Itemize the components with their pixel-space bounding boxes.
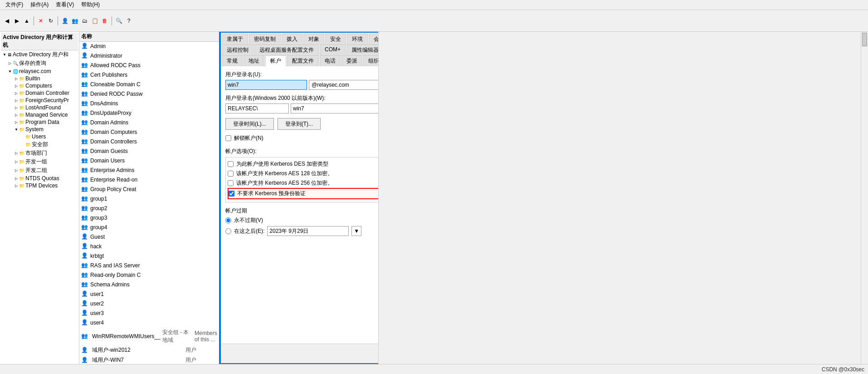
tree-domain-controller[interactable]: ▷ 📁 Domain Controller: [1, 89, 78, 97]
list-item[interactable]: 👤 域用户-WIN7 用户: [79, 355, 219, 364]
list-item[interactable]: 👥 Enterprise Read-on: [79, 175, 219, 185]
tree-expand-domain[interactable]: ▼: [7, 69, 13, 74]
list-item[interactable]: 👥 Group Policy Creat: [79, 185, 219, 194]
list-item[interactable]: 👤 user2: [79, 299, 219, 309]
tree-expand-dev2[interactable]: ▷: [14, 168, 19, 173]
list-item[interactable]: 👥 Read-only Domain C: [79, 271, 219, 280]
list-item[interactable]: 👤 Guest: [79, 232, 219, 242]
option-kerberos-des-checkbox[interactable]: [228, 161, 234, 167]
tree-expand-foreign[interactable]: ▷: [14, 98, 19, 103]
tab-password-copy[interactable]: 密码复制: [249, 34, 281, 44]
list-item[interactable]: 👤 user4: [79, 318, 219, 328]
tree-users[interactable]: 📁 Users: [1, 133, 78, 140]
forward-icon[interactable]: ▶: [13, 17, 21, 25]
tree-expand-marketing[interactable]: ▷: [14, 151, 19, 156]
tree-saved-queries[interactable]: ▷ 🔍 保存的查询: [1, 59, 78, 68]
option-kerberos-aes256-checkbox[interactable]: [228, 180, 234, 186]
tab-account[interactable]: 帐户: [265, 55, 286, 67]
login-input[interactable]: [225, 80, 307, 90]
tree-expand-dc[interactable]: ▷: [14, 90, 19, 96]
new-ou-icon[interactable]: 🗂: [81, 17, 89, 25]
tree-expand-program[interactable]: ▷: [14, 119, 19, 125]
tree-lost-found[interactable]: ▷ 📁 LostAndFound: [1, 104, 78, 111]
stop-icon[interactable]: ✕: [37, 17, 45, 25]
tree-managed-service[interactable]: ▷ 📁 Managed Service: [1, 111, 78, 118]
tree-expand-builtin[interactable]: ▷: [14, 76, 19, 81]
tree-expand-security[interactable]: [20, 142, 25, 148]
list-item[interactable]: 👤 krbtgt: [79, 251, 219, 261]
list-item[interactable]: 👥 Domain Users: [79, 156, 219, 166]
tree-expand-system[interactable]: ▼: [14, 127, 19, 132]
menu-action[interactable]: 操作(A): [27, 0, 52, 10]
tree-expand-root[interactable]: ▼: [2, 52, 7, 58]
tab-general[interactable]: 常规: [222, 55, 243, 66]
list-item[interactable]: 👥 RAS and IAS Server: [79, 261, 219, 271]
list-item[interactable]: 👥 Domain Guests: [79, 147, 219, 156]
list-item[interactable]: 👥 DnsUpdateProxy: [79, 108, 219, 118]
filter-icon[interactable]: 🔍: [115, 17, 123, 25]
list-item[interactable]: 👤 Admin: [79, 42, 219, 51]
properties-icon[interactable]: 📋: [91, 17, 99, 25]
delete-icon[interactable]: 🗑: [101, 17, 109, 25]
tree-expand-tpm[interactable]: ▷: [14, 183, 19, 188]
up-icon[interactable]: ▲: [23, 17, 31, 25]
list-item[interactable]: 👥 Domain Controllers: [79, 137, 219, 147]
date-picker-button[interactable]: ▼: [351, 226, 361, 236]
tree-dev2[interactable]: ▷ 📁 开发二组: [1, 166, 78, 175]
tree-dev1[interactable]: ▷ 📁 开发一组: [1, 157, 78, 166]
menu-file[interactable]: 文件(F): [2, 0, 27, 10]
expire-after-radio[interactable]: [225, 228, 231, 234]
list-item[interactable]: 👤 user1: [79, 290, 219, 299]
login2-pre-input[interactable]: [225, 103, 289, 113]
new-group-icon[interactable]: 👥: [71, 17, 79, 25]
tree-expand-saved[interactable]: ▷: [7, 61, 13, 66]
tab-dial-in[interactable]: 拨入: [282, 34, 302, 44]
scrollbar-thumb[interactable]: [862, 33, 867, 46]
list-item[interactable]: 👥 group3: [79, 213, 219, 223]
list-item-winrm[interactable]: 👥 WinRMRemoteWMIUsers__ 安全组 - 本地域 Member…: [79, 328, 219, 345]
list-item[interactable]: 👤 域用户-win2012 用户: [79, 345, 219, 355]
list-item[interactable]: 👥 Denied RODC Passw: [79, 89, 219, 99]
list-item[interactable]: 👥 DnsAdmins: [79, 99, 219, 108]
scrollbar-track[interactable]: [861, 32, 868, 364]
option-kerberos-aes128-checkbox[interactable]: [228, 171, 234, 177]
tree-expand-dev1[interactable]: ▷: [14, 159, 19, 165]
list-item[interactable]: 👥 Enterprise Admins: [79, 166, 219, 175]
list-item[interactable]: 👥 Cloneable Domain C: [79, 80, 219, 89]
tab-member-of[interactable]: 隶属于: [222, 34, 248, 44]
list-item[interactable]: 👥 group4: [79, 223, 219, 232]
tree-ntds[interactable]: ▷ 📁 NTDS Quotas: [1, 175, 78, 182]
tree-computers[interactable]: ▷ 📁 Computers: [1, 82, 78, 89]
list-item[interactable]: 👥 Allowed RODC Pass: [79, 61, 219, 70]
expiry-date-input[interactable]: [267, 226, 349, 236]
unlock-checkbox[interactable]: [225, 135, 231, 141]
menu-view[interactable]: 查看(V): [52, 0, 78, 10]
new-user-icon[interactable]: 👤: [61, 17, 69, 25]
tab-profile[interactable]: 配置文件: [287, 55, 319, 66]
tree-foreign-security[interactable]: ▷ 📁 ForeignSecurityPr: [1, 97, 78, 104]
tab-remote-control[interactable]: 远程控制: [222, 44, 254, 55]
help2-icon[interactable]: ?: [125, 17, 133, 25]
login2-post-input[interactable]: [291, 103, 386, 113]
list-item[interactable]: 👥 group2: [79, 204, 219, 213]
tree-expand-lost[interactable]: ▷: [14, 105, 19, 110]
option-no-preauth-checkbox[interactable]: [229, 191, 234, 197]
tab-object[interactable]: 对象: [303, 34, 324, 44]
list-item-domain-computers[interactable]: 👥 Domain Computers: [79, 128, 219, 137]
tree-tpm[interactable]: ▷ 📁 TPM Devices: [1, 182, 78, 189]
tab-address[interactable]: 地址: [244, 55, 264, 66]
tree-security[interactable]: 📁 安全部: [1, 140, 78, 149]
tab-environment[interactable]: 环境: [347, 34, 368, 44]
list-item[interactable]: 👥 Domain Admins: [79, 118, 219, 128]
tree-expand-ntds[interactable]: ▷: [14, 176, 19, 181]
tree-program-data[interactable]: ▷ 📁 Program Data: [1, 118, 78, 126]
refresh-icon[interactable]: ↻: [47, 17, 55, 25]
back-icon[interactable]: ◀: [3, 17, 11, 25]
tab-com[interactable]: COM+: [320, 44, 346, 55]
logon-to-button[interactable]: 登录到(T)...: [278, 118, 321, 130]
tree-marketing[interactable]: ▷ 📁 市场部门: [1, 149, 78, 157]
list-item[interactable]: 👤 Administrator: [79, 51, 219, 61]
tree-builtin[interactable]: ▷ 📁 Builtin: [1, 75, 78, 82]
list-item[interactable]: 👥 group1: [79, 194, 219, 204]
tree-expand-managed[interactable]: ▷: [14, 112, 19, 118]
